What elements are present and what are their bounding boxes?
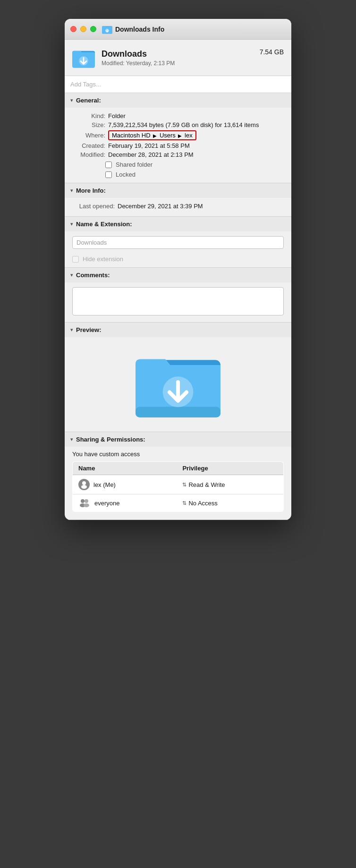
- svg-point-11: [81, 485, 87, 489]
- group-icon: [78, 498, 91, 508]
- where-part-3: lex: [185, 132, 193, 139]
- preview-title: Preview:: [76, 326, 101, 333]
- size-value: 7,539,212,534 bytes (7.59 GB on disk) fo…: [108, 121, 259, 128]
- title-bar: Downloads Info: [65, 19, 291, 40]
- name-extension-section: ▾ Name & Extension: Hide extension: [65, 217, 291, 268]
- more-info-section: ▾ More Info: Last opened: December 29, 2…: [65, 183, 291, 217]
- privilege-arrows-2-icon: ⇅: [182, 500, 186, 506]
- more-info-chevron-icon: ▾: [70, 187, 73, 194]
- svg-point-15: [84, 503, 89, 507]
- where-arrow-2: ▶: [178, 133, 182, 138]
- where-arrow-1: ▶: [153, 133, 157, 138]
- shared-folder-checkbox[interactable]: [105, 162, 112, 168]
- svg-point-12: [81, 499, 85, 503]
- file-meta: Downloads Modified: Yesterday, 2:13 PM: [102, 49, 253, 67]
- close-button[interactable]: [70, 26, 76, 32]
- file-modified: Modified: Yesterday, 2:13 PM: [102, 60, 253, 67]
- comments-chevron-icon: ▾: [70, 272, 73, 278]
- created-row: Created: February 19, 2021 at 5:58 PM: [72, 142, 284, 149]
- comments-textarea[interactable]: [72, 287, 284, 315]
- privilege-arrows-icon: ⇅: [182, 482, 186, 488]
- sharing-section: ▾ Sharing & Permissions: You have custom…: [65, 432, 291, 520]
- svg-point-13: [85, 499, 88, 503]
- user-lex-privilege: Read & Write: [188, 481, 225, 488]
- minimize-button[interactable]: [80, 26, 86, 32]
- sharing-header[interactable]: ▾ Sharing & Permissions:: [65, 432, 291, 447]
- comments-title: Comments:: [76, 272, 110, 279]
- permissions-table-header: Name Privilege: [73, 462, 284, 475]
- col-privilege: Privilege: [177, 462, 283, 475]
- modified-value: December 28, 2021 at 2:13 PM: [108, 151, 194, 158]
- sharing-chevron-icon: ▾: [70, 436, 73, 443]
- user-everyone-privilege: No Access: [188, 500, 217, 507]
- shared-folder-label: Shared folder: [116, 161, 153, 168]
- file-name: Downloads: [102, 49, 253, 59]
- comments-header[interactable]: ▾ Comments:: [65, 268, 291, 282]
- kind-row: Kind: Folder: [72, 112, 284, 119]
- user-everyone-name: everyone: [94, 500, 119, 507]
- name-extension-header[interactable]: ▾ Name & Extension:: [65, 217, 291, 231]
- user-everyone-privilege-cell: ⇅ No Access: [177, 494, 283, 512]
- locked-row: Locked: [105, 171, 284, 178]
- tags-area[interactable]: Add Tags...: [65, 76, 291, 93]
- preview-body: [65, 337, 291, 432]
- svg-point-10: [82, 481, 86, 485]
- name-extension-title: Name & Extension:: [76, 221, 132, 228]
- tags-placeholder: Add Tags...: [70, 81, 101, 88]
- kind-value: Folder: [108, 112, 126, 119]
- hide-extension-checkbox[interactable]: [72, 256, 79, 263]
- file-size: 7.54 GB: [260, 46, 284, 56]
- folder-icon-header: [72, 46, 95, 69]
- user-everyone-cell: everyone: [73, 494, 177, 512]
- more-info-body: Last opened: December 29, 2021 at 3:39 P…: [65, 198, 291, 216]
- col-name: Name: [73, 462, 177, 475]
- name-extension-chevron-icon: ▾: [70, 221, 73, 227]
- size-label: Size:: [72, 121, 105, 128]
- user-lex-icon: [78, 479, 90, 490]
- svg-rect-8: [136, 407, 220, 417]
- general-header[interactable]: ▾ General:: [65, 93, 291, 108]
- comments-body: [65, 282, 291, 322]
- more-info-title: More Info:: [76, 187, 106, 194]
- window-title: Downloads Info: [115, 26, 164, 33]
- zoom-button[interactable]: [90, 26, 96, 32]
- user-lex-privilege-cell: ⇅ Read & Write: [177, 475, 283, 494]
- name-extension-input[interactable]: [72, 236, 284, 249]
- table-row: lex (Me) ⇅ Read & Write: [73, 475, 284, 494]
- sharing-title: Sharing & Permissions:: [76, 436, 145, 443]
- preview-chevron-icon: ▾: [70, 327, 73, 333]
- preview-section: ▾ Preview:: [65, 323, 291, 432]
- table-row: everyone ⇅ No Access: [73, 494, 284, 512]
- size-row: Size: 7,539,212,534 bytes (7.59 GB on di…: [72, 121, 284, 128]
- name-extension-body: Hide extension: [65, 231, 291, 267]
- where-label: Where:: [72, 132, 105, 139]
- hide-extension-label: Hide extension: [83, 255, 123, 263]
- last-opened-label: Last opened:: [72, 203, 115, 210]
- permissions-body: You have custom access Name Privilege: [65, 447, 291, 519]
- created-value: February 19, 2021 at 5:58 PM: [108, 142, 190, 149]
- general-chevron-icon: ▾: [70, 97, 73, 103]
- modified-label: Modified:: [72, 151, 105, 158]
- last-opened-value: December 29, 2021 at 3:39 PM: [118, 203, 203, 210]
- info-window: Downloads Info Downloads Modified: Yeste…: [65, 19, 291, 520]
- general-section: ▾ General: Kind: Folder Size: 7,539,212,…: [65, 93, 291, 183]
- where-value[interactable]: Macintosh HD ▶ Users ▶ lex: [108, 130, 196, 140]
- shared-folder-row: Shared folder: [105, 161, 284, 168]
- kind-label: Kind:: [72, 112, 105, 119]
- comments-section: ▾ Comments:: [65, 268, 291, 323]
- more-info-header[interactable]: ▾ More Info:: [65, 183, 291, 198]
- preview-folder-icon: [136, 347, 220, 422]
- titlebar-folder-icon: [102, 24, 112, 34]
- locked-label: Locked: [116, 171, 136, 178]
- modified-row: Modified: December 28, 2021 at 2:13 PM: [72, 151, 284, 158]
- file-header: Downloads Modified: Yesterday, 2:13 PM 7…: [65, 40, 291, 76]
- where-row: Where: Macintosh HD ▶ Users ▶ lex: [72, 130, 284, 140]
- locked-checkbox[interactable]: [105, 171, 112, 178]
- general-title: General:: [76, 97, 101, 104]
- user-lex-cell: lex (Me): [73, 475, 177, 494]
- preview-header[interactable]: ▾ Preview:: [65, 323, 291, 337]
- last-opened-row: Last opened: December 29, 2021 at 3:39 P…: [72, 203, 284, 210]
- permissions-table: Name Privilege: [72, 461, 284, 512]
- general-body: Kind: Folder Size: 7,539,212,534 bytes (…: [65, 108, 291, 183]
- where-part-2: Users: [160, 132, 176, 139]
